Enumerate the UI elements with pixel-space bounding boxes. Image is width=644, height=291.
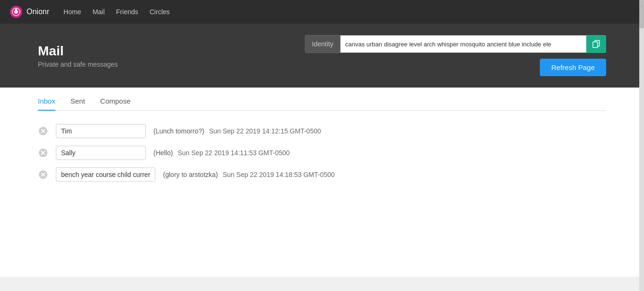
- delete-mail-button[interactable]: [38, 126, 48, 136]
- page-subtitle: Private and safe messages: [38, 61, 118, 68]
- tab-inbox[interactable]: Inbox: [38, 97, 55, 111]
- identity-label: Identity: [305, 35, 340, 53]
- refresh-page-button[interactable]: Refresh Page: [540, 59, 606, 76]
- mail-date: Sun Sep 22 2019 14:11:53 GMT-0500: [178, 149, 290, 157]
- copy-icon: [592, 40, 600, 48]
- mail-date: Sun Sep 22 2019 14:18:53 GMT-0500: [223, 171, 335, 178]
- mail-content: Inbox Sent Compose Tim (Lunch tomorro?) …: [0, 88, 644, 277]
- mail-list: Tim (Lunch tomorro?) Sun Sep 22 2019 14:…: [38, 124, 606, 182]
- nav-circles[interactable]: Circles: [150, 8, 170, 16]
- sender-name: bench year course child currer: [56, 168, 155, 182]
- identity-value: canvas urban disagree level arch whisper…: [340, 35, 586, 53]
- tab-compose[interactable]: Compose: [100, 97, 131, 111]
- mail-item: Sally (Hello) Sun Sep 22 2019 14:11:53 G…: [38, 146, 606, 160]
- header-right: Identity canvas urban disagree level arc…: [305, 35, 606, 76]
- mail-tabs: Inbox Sent Compose: [38, 88, 606, 111]
- app-name: Onionr: [27, 8, 49, 16]
- svg-point-3: [15, 9, 17, 10]
- page-title: Mail: [38, 44, 118, 59]
- mail-subject: (Hello): [153, 149, 173, 157]
- nav-home[interactable]: Home: [63, 8, 81, 16]
- tab-sent[interactable]: Sent: [71, 97, 85, 111]
- sender-name: Sally: [56, 146, 146, 160]
- svg-point-2: [14, 10, 18, 14]
- sender-name: Tim: [56, 124, 146, 138]
- nav-friends[interactable]: Friends: [116, 8, 138, 16]
- page-header: Mail Private and safe messages Identity …: [0, 24, 644, 88]
- mail-subject: (glory to arstotzka): [163, 171, 218, 178]
- close-icon: [38, 126, 48, 136]
- delete-mail-button[interactable]: [38, 169, 48, 180]
- mail-meta: (Hello) Sun Sep 22 2019 14:11:53 GMT-050…: [153, 149, 290, 157]
- close-icon: [38, 148, 48, 158]
- mail-item: Tim (Lunch tomorro?) Sun Sep 22 2019 14:…: [38, 124, 606, 138]
- mail-item: bench year course child currer (glory to…: [38, 168, 606, 182]
- scrollbar[interactable]: [639, 0, 644, 277]
- nav-links: Home Mail Friends Circles: [63, 8, 170, 16]
- close-icon: [38, 170, 48, 179]
- copy-identity-button[interactable]: [586, 35, 606, 53]
- svg-rect-5: [593, 42, 598, 48]
- navbar: Onionr Home Mail Friends Circles: [0, 0, 644, 24]
- mail-meta: (glory to arstotzka) Sun Sep 22 2019 14:…: [163, 171, 335, 178]
- mail-date: Sun Sep 22 2019 14:12:15 GMT-0500: [209, 127, 321, 135]
- scroll-thumb[interactable]: [639, 0, 644, 28]
- identity-row: Identity canvas urban disagree level arc…: [305, 35, 606, 53]
- header-left: Mail Private and safe messages: [38, 44, 118, 68]
- delete-mail-button[interactable]: [38, 148, 48, 158]
- onionr-logo-icon: [9, 5, 23, 18]
- nav-logo[interactable]: Onionr: [9, 5, 49, 18]
- mail-subject: (Lunch tomorro?): [153, 127, 204, 135]
- mail-meta: (Lunch tomorro?) Sun Sep 22 2019 14:12:1…: [153, 127, 321, 135]
- nav-mail[interactable]: Mail: [92, 8, 105, 16]
